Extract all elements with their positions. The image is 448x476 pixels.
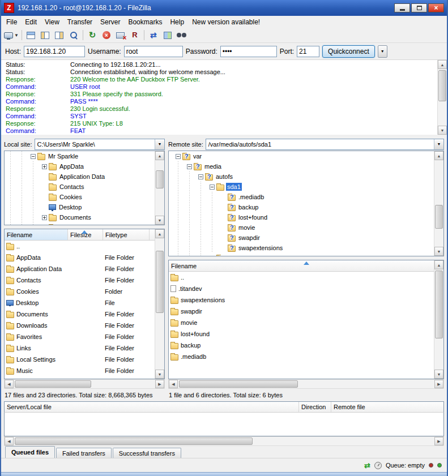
file-row[interactable]: CookiesFolder — [5, 286, 164, 297]
scrollbar-thumb[interactable] — [156, 251, 164, 313]
password-input[interactable] — [220, 46, 277, 57]
vertical-scrollbar[interactable]: ▲ ▼ — [434, 151, 443, 256]
menu-server[interactable]: Server — [96, 16, 124, 28]
file-row[interactable]: Local SettingsFile Folder — [5, 354, 164, 365]
tab-queued-files[interactable]: Queued files — [5, 446, 55, 458]
chevron-down-icon[interactable]: ▼ — [155, 139, 164, 149]
file-row[interactable]: backup — [169, 340, 443, 351]
local-tree-item[interactable]: Desktop — [5, 202, 164, 212]
horizontal-scrollbar[interactable]: ◀ ▶ — [4, 379, 165, 389]
remote-tree-item[interactable]: swapdir — [169, 233, 443, 243]
column-server-local-file[interactable]: Server/Local file — [5, 402, 299, 412]
local-tree-item[interactable]: Application Data — [5, 171, 164, 182]
toggle-message-log-button[interactable] — [24, 29, 38, 41]
menu-bookmarks[interactable]: Bookmarks — [124, 16, 166, 28]
menu-new-version[interactable]: New version available! — [188, 16, 264, 28]
horizontal-scrollbar[interactable]: ◀ ▶ — [4, 436, 444, 446]
scroll-right-button[interactable]: ▶ — [434, 437, 443, 445]
scrollbar-thumb[interactable] — [156, 170, 164, 188]
horizontal-scrollbar[interactable]: ◀ ▶ — [168, 379, 444, 389]
file-row[interactable]: AppDataFile Folder — [5, 252, 164, 263]
remote-tree-item[interactable]: media — [169, 161, 443, 171]
titlebar[interactable]: Z 192.168.1.20 - root@192.168.1.20 - Fil… — [1, 0, 447, 16]
collapse-icon[interactable] — [198, 174, 203, 179]
local-site-combo[interactable]: C:\Users\Mr Sparkle\ ▼ — [35, 139, 165, 150]
scroll-up-button[interactable]: ▲ — [155, 151, 164, 160]
find-files-button[interactable] — [175, 29, 189, 41]
file-row[interactable]: swapdir — [169, 306, 443, 317]
refresh-button[interactable]: ↻ — [86, 29, 99, 41]
local-tree-item[interactable]: Downloads — [5, 222, 164, 225]
menu-edit[interactable]: Edit — [21, 16, 41, 28]
expand-icon[interactable] — [42, 215, 47, 220]
menu-help[interactable]: Help — [166, 16, 188, 28]
file-row[interactable]: .. — [5, 241, 164, 252]
local-tree-item[interactable]: Documents — [5, 212, 164, 222]
file-row[interactable]: DocumentsFile Folder — [5, 308, 164, 320]
remote-site-combo[interactable]: /var/media/autofs/sda1 ▼ — [206, 139, 444, 150]
synchronized-browsing-button[interactable]: ⇄ — [147, 29, 160, 41]
file-row[interactable]: lost+found — [169, 328, 443, 340]
column-direction[interactable]: Direction — [299, 402, 331, 412]
file-row[interactable]: .titandev — [169, 283, 443, 294]
remote-tree-item-sda1[interactable]: sda1 — [169, 182, 443, 192]
scroll-down-button[interactable]: ▼ — [434, 370, 443, 379]
scroll-down-button[interactable]: ▼ — [155, 370, 164, 379]
remote-tree-item[interactable]: dvd — [169, 253, 443, 256]
menu-view[interactable]: View — [41, 16, 63, 28]
scroll-down-button[interactable]: ▼ — [438, 126, 447, 135]
quickconnect-dropdown-button[interactable]: ▼ — [378, 45, 387, 58]
remote-tree-item[interactable]: autofs — [169, 171, 443, 182]
port-input[interactable] — [297, 46, 319, 57]
file-row[interactable]: movie — [169, 317, 443, 328]
file-row[interactable]: LinksFile Folder — [5, 342, 164, 354]
file-row[interactable]: DesktopFile — [5, 297, 164, 308]
column-filename[interactable]: Filename — [5, 229, 68, 240]
remote-tree-item[interactable]: backup — [169, 202, 443, 212]
file-row[interactable]: .mediadb — [169, 351, 443, 362]
scrollbar-thumb[interactable] — [438, 70, 446, 101]
scroll-up-button[interactable]: ▲ — [434, 151, 443, 160]
collapse-icon[interactable] — [31, 154, 36, 159]
remote-tree-item[interactable]: swapextensions — [169, 243, 443, 253]
quickconnect-button[interactable]: Quickconnect — [322, 45, 375, 58]
remote-tree-item[interactable]: var — [169, 151, 443, 161]
splitter-collapse-icon[interactable] — [304, 261, 309, 265]
vertical-scrollbar[interactable]: ▲ ▼ — [434, 260, 443, 379]
scrollbar-thumb[interactable] — [435, 205, 443, 229]
maximize-button[interactable] — [411, 3, 427, 12]
disconnect-button[interactable] — [114, 29, 127, 41]
vertical-scrollbar[interactable]: ▲ ▼ — [155, 229, 164, 379]
scroll-left-button[interactable]: ◀ — [169, 380, 178, 388]
toggle-transfer-queue-button[interactable] — [67, 29, 80, 41]
site-manager-button[interactable]: ▼ — [3, 29, 19, 41]
remote-tree-item[interactable]: movie — [169, 222, 443, 233]
file-row[interactable]: ContactsFile Folder — [5, 275, 164, 286]
scrollbar-thumb[interactable] — [435, 271, 443, 338]
close-button[interactable]: × — [428, 3, 444, 12]
menu-transfer[interactable]: Transfer — [63, 16, 96, 28]
collapse-icon[interactable] — [176, 154, 181, 159]
file-row[interactable]: FavoritesFile Folder — [5, 331, 164, 342]
minimize-button[interactable] — [394, 3, 410, 12]
vertical-scrollbar[interactable]: ▲ ▼ — [155, 151, 164, 225]
local-tree-item[interactable]: Cookies — [5, 192, 164, 202]
tab-failed-transfers[interactable]: Failed transfers — [56, 448, 112, 458]
speed-limits-icon[interactable] — [374, 462, 382, 469]
vertical-scrollbar[interactable]: ▲ ▼ — [437, 60, 447, 135]
expand-icon[interactable] — [42, 164, 47, 169]
column-remote-file[interactable]: Remote file — [331, 402, 443, 412]
username-input[interactable] — [124, 46, 183, 57]
host-input[interactable] — [24, 46, 85, 57]
toggle-local-tree-button[interactable] — [39, 29, 52, 41]
scroll-left-button[interactable]: ◀ — [5, 380, 14, 388]
file-row[interactable]: MusicFile Folder — [5, 365, 164, 376]
remote-tree-item[interactable]: lost+found — [169, 212, 443, 222]
scroll-up-button[interactable]: ▲ — [155, 229, 164, 238]
scroll-down-button[interactable]: ▼ — [155, 216, 164, 225]
scrollbar-thumb[interactable] — [179, 380, 298, 388]
cancel-button[interactable]: × — [100, 29, 113, 41]
collapse-icon[interactable] — [210, 185, 215, 190]
scroll-down-button[interactable]: ▼ — [434, 247, 443, 256]
splitter-collapse-icon[interactable] — [82, 230, 87, 234]
